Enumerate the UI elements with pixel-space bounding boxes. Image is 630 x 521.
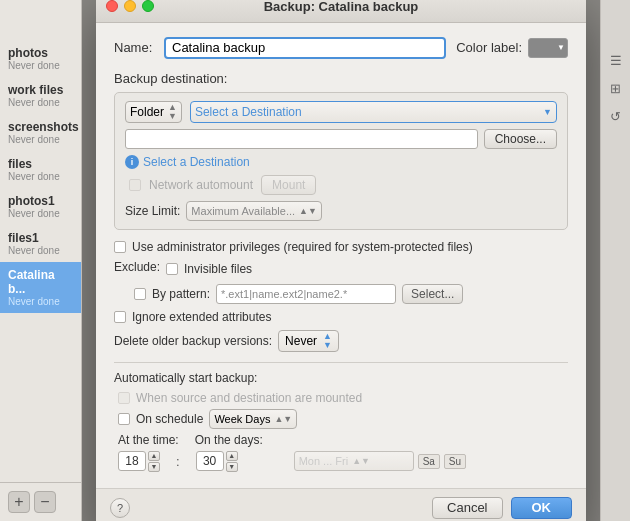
mount-button[interactable]: Mount — [261, 175, 316, 195]
color-label-group: Color label: ▼ — [456, 38, 568, 58]
backup-dest-section: Folder ▲▼ Select a Destination ▼ — [114, 92, 568, 230]
pattern-input[interactable] — [216, 284, 396, 304]
minute-arrows: ▲ ▼ — [226, 451, 238, 472]
destination-path-select[interactable]: Select a Destination ▼ — [190, 101, 557, 123]
sidebar-item-photos1[interactable]: photos1 Never done — [0, 188, 81, 225]
main-content-area: on below Backup: Catalina backup — [82, 0, 600, 521]
invisible-files-label: Invisible files — [184, 262, 252, 276]
exclude-section: Exclude: Invisible files By pattern: Sel… — [114, 260, 568, 304]
dialog-body: Name: Color label: ▼ Backup destination: — [96, 23, 586, 488]
size-limit-label: Size Limit: — [125, 204, 180, 218]
folder-type-select[interactable]: Folder ▲▼ — [125, 101, 182, 123]
minimize-button[interactable] — [124, 0, 136, 12]
days-input-row: Mon ... Fri ▲▼ Sa Su — [294, 451, 466, 471]
color-picker-arrow-icon: ▼ — [557, 43, 565, 52]
minute-value: 30 — [196, 451, 224, 471]
clock-icon[interactable]: ⊞ — [606, 78, 626, 98]
choose-button[interactable]: Choose... — [484, 129, 557, 149]
maximize-button[interactable] — [142, 0, 154, 12]
size-limit-select[interactable]: Maximum Available... ▲▼ — [186, 201, 322, 221]
dialog-title: Backup: Catalina backup — [264, 0, 419, 14]
admin-priv-row: Use administrator privileges (required f… — [114, 240, 568, 254]
pattern-row: By pattern: Select... — [114, 284, 568, 304]
size-limit-row: Size Limit: Maximum Available... ▲▼ — [125, 201, 557, 221]
info-row: i Select a Destination — [125, 155, 557, 169]
delete-older-select[interactable]: Never ▲▼ — [278, 330, 339, 352]
dest-type-row: Folder ▲▼ Select a Destination ▼ — [125, 101, 557, 123]
dialog-footer: ? Cancel OK — [96, 488, 586, 522]
auto-backup-section: Automatically start backup: When source … — [114, 362, 568, 472]
schedule-select[interactable]: Week Days ▲▼ — [209, 409, 297, 429]
hour-arrows: ▲ ▼ — [148, 451, 160, 472]
network-automount-row: Network automount Mount — [125, 175, 557, 195]
dest-path-row: Choose... — [125, 129, 557, 149]
days-range-select[interactable]: Mon ... Fri ▲▼ — [294, 451, 414, 471]
name-label: Name: — [114, 40, 154, 55]
on-days-group: On the days: — [195, 433, 263, 447]
never-select-arrows-icon: ▲▼ — [323, 332, 332, 350]
hour-up-button[interactable]: ▲ — [148, 451, 160, 461]
ignore-extended-checkbox[interactable] — [114, 311, 126, 323]
delete-older-row: Delete older backup versions: Never ▲▼ — [114, 330, 568, 352]
minute-down-button[interactable]: ▼ — [226, 462, 238, 472]
auto-backup-label: Automatically start backup: — [114, 371, 568, 385]
schedule-select-arrows-icon: ▲▼ — [274, 414, 292, 424]
backup-dialog: Backup: Catalina backup Name: Color labe… — [96, 0, 586, 521]
color-picker[interactable]: ▼ — [528, 38, 568, 58]
invisible-files-checkbox[interactable] — [166, 263, 178, 275]
on-days-label: On the days: — [195, 433, 263, 447]
exclude-label: Exclude: — [114, 260, 160, 274]
by-pattern-label: By pattern: — [152, 287, 210, 301]
ok-button[interactable]: OK — [511, 497, 573, 519]
sidebar-item-catalina[interactable]: Catalina b... Never done — [0, 262, 81, 313]
hour-value: 18 — [118, 451, 146, 471]
backup-dest-label: Backup destination: — [114, 71, 568, 86]
dest-path-arrow-icon: ▼ — [543, 107, 552, 117]
color-label-text: Color label: — [456, 40, 522, 55]
days-select-arrows-icon: ▲▼ — [352, 456, 370, 466]
exclude-row: Exclude: Invisible files — [114, 260, 568, 278]
minute-up-button[interactable]: ▲ — [226, 451, 238, 461]
saturday-badge[interactable]: Sa — [418, 454, 440, 469]
info-text: Select a Destination — [143, 155, 250, 169]
list-icon[interactable]: ☰ — [606, 50, 626, 70]
name-row: Name: Color label: ▼ — [114, 37, 568, 59]
sidebar-item-files1[interactable]: files1 Never done — [0, 225, 81, 262]
on-schedule-row: On schedule Week Days ▲▼ — [114, 409, 568, 429]
admin-priv-checkbox[interactable] — [114, 241, 126, 253]
traffic-lights — [106, 0, 154, 12]
when-mounted-label: When source and destination are mounted — [136, 391, 362, 405]
info-icon: i — [125, 155, 139, 169]
cancel-button[interactable]: Cancel — [432, 497, 502, 519]
settings-icon[interactable]: ↺ — [606, 106, 626, 126]
window: photos Never done work files Never done … — [0, 0, 630, 521]
sidebar-item-screenshots[interactable]: screenshots Never done — [0, 114, 81, 151]
pattern-select-button[interactable]: Select... — [402, 284, 463, 304]
network-automount-checkbox — [129, 179, 141, 191]
modal-overlay: Backup: Catalina backup Name: Color labe… — [82, 0, 600, 521]
time-inputs-row: 18 ▲ ▼ : 30 ▲ ▼ — [114, 451, 568, 472]
sidebar-item-files[interactable]: files Never done — [0, 151, 81, 188]
on-schedule-label: On schedule — [136, 412, 203, 426]
at-time-group: At the time: — [118, 433, 179, 447]
minute-spinner: 30 ▲ ▼ — [196, 451, 238, 472]
help-button[interactable]: ? — [110, 498, 130, 518]
remove-backup-button[interactable]: − — [34, 491, 56, 513]
add-backup-button[interactable]: + — [8, 491, 30, 513]
right-sidebar: ☰ ⊞ ↺ — [600, 0, 630, 521]
sidebar-item-photos[interactable]: photos Never done — [0, 40, 81, 77]
dest-path-input[interactable] — [125, 129, 478, 149]
sidebar-item-work-files[interactable]: work files Never done — [0, 77, 81, 114]
name-input[interactable] — [164, 37, 446, 59]
hour-spinner: 18 ▲ ▼ — [118, 451, 160, 472]
sunday-badge[interactable]: Su — [444, 454, 466, 469]
by-pattern-checkbox[interactable] — [134, 288, 146, 300]
ignore-extended-row: Ignore extended attributes — [114, 310, 568, 324]
sidebar-footer: + − — [0, 482, 81, 521]
network-automount-label: Network automount — [149, 178, 253, 192]
when-mounted-row: When source and destination are mounted — [114, 391, 568, 405]
on-schedule-checkbox[interactable] — [118, 413, 130, 425]
close-button[interactable] — [106, 0, 118, 12]
size-limit-arrows-icon: ▲▼ — [299, 206, 317, 216]
hour-down-button[interactable]: ▼ — [148, 462, 160, 472]
